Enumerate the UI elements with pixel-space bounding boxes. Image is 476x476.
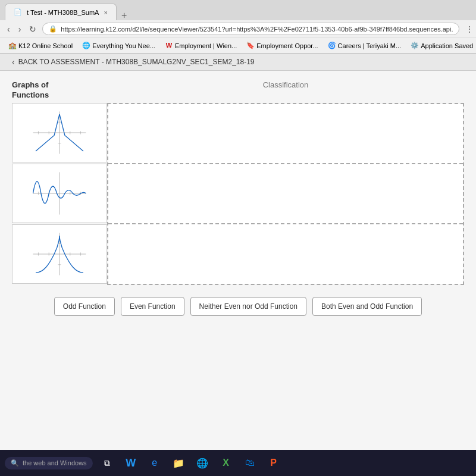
address-bar-row: ‹ › ↻ 🔒 https://learning.k12.com/d2l/le/… bbox=[0, 20, 476, 37]
taskbar-search-label: the web and Windows bbox=[23, 459, 87, 466]
taskbar-store-icon[interactable]: 🛍 bbox=[240, 453, 259, 472]
bookmark-careers[interactable]: 🌀 Careers | Teriyaki M... bbox=[324, 41, 405, 51]
bookmark-icon-everything: 🌐 bbox=[82, 42, 90, 50]
tab-close-button[interactable]: × bbox=[104, 9, 107, 16]
bookmark-icon-app: ⚙️ bbox=[411, 42, 419, 50]
answer-buttons-row: Odd Function Even Function Neither Even … bbox=[12, 297, 464, 316]
address-text: https://learning.k12.com/d2l/le/sequence… bbox=[61, 26, 453, 33]
bookmark-icon-employment: W bbox=[165, 42, 173, 50]
back-bar[interactable]: ‹ BACK TO ASSESSMENT - MTH308B_SUMALG2NV… bbox=[0, 54, 476, 71]
col-graphs-header: Graphs ofFunctions bbox=[12, 80, 107, 101]
back-bar-arrow: ‹ bbox=[12, 57, 15, 67]
taskbar-excel-icon[interactable]: X bbox=[217, 453, 236, 472]
new-tab-button[interactable]: + bbox=[117, 11, 131, 20]
tab-bar: 📄 t Test - MTH308B_SumA × + bbox=[0, 0, 476, 20]
taskbar-word-icon[interactable]: W bbox=[121, 453, 140, 472]
col-classification-header: Classification bbox=[107, 80, 464, 101]
taskbar-search[interactable]: 🔍 the web and Windows bbox=[5, 457, 93, 469]
bookmark-label-employment: Employment | Wien... bbox=[175, 42, 237, 49]
taskbar-taskview-icon[interactable]: ⧉ bbox=[98, 453, 117, 472]
bookmark-label-k12: K12 Online School bbox=[18, 42, 73, 49]
lock-icon: 🔒 bbox=[49, 25, 57, 33]
bookmark-employment-opp[interactable]: 🔖 Employment Oppor... bbox=[243, 41, 321, 51]
bookmark-label-opp: Employment Oppor... bbox=[256, 42, 318, 49]
bookmark-k12[interactable]: 🏫 K12 Online School bbox=[5, 41, 76, 51]
taskbar-chrome-icon[interactable]: 🌐 bbox=[193, 453, 212, 472]
address-bar[interactable]: 🔒 https://learning.k12.com/d2l/le/sequen… bbox=[42, 23, 459, 35]
reload-button[interactable]: ↻ bbox=[27, 23, 39, 35]
neither-function-button[interactable]: Neither Even nor Odd Function bbox=[190, 297, 306, 316]
bookmark-label-everything: Everything You Nee... bbox=[92, 42, 155, 49]
drop-zones-column[interactable] bbox=[107, 103, 464, 285]
graph-cell-1 bbox=[12, 103, 107, 162]
back-bar-label: BACK TO ASSESSMENT - MTH308B_SUMALG2NV_S… bbox=[18, 58, 255, 66]
table-header: Graphs ofFunctions Classification bbox=[12, 80, 464, 101]
back-button[interactable]: ‹ bbox=[5, 23, 12, 35]
taskbar: 🔍 the web and Windows ⧉ W e 📁 🌐 X 🛍 P bbox=[0, 450, 476, 476]
taskbar-ie-icon[interactable]: e bbox=[145, 453, 164, 472]
col-graphs-label: Graphs ofFunctions bbox=[12, 80, 49, 99]
bookmark-label-app: Application Saved bbox=[421, 42, 473, 49]
graph-2-svg bbox=[30, 170, 89, 217]
col-classification-label: Classification bbox=[263, 80, 309, 89]
bookmark-label-careers: Careers | Teriyaki M... bbox=[338, 42, 402, 49]
menu-button[interactable]: ⋮ bbox=[463, 23, 476, 35]
main-content: Graphs ofFunctions Classification bbox=[0, 71, 476, 471]
bookmark-icon-careers: 🌀 bbox=[328, 42, 336, 50]
drop-zone-1[interactable] bbox=[108, 104, 463, 164]
tab-label: t Test - MTH308B_SumA bbox=[27, 9, 99, 16]
forward-button[interactable]: › bbox=[16, 23, 24, 35]
graph-1-svg bbox=[30, 109, 89, 156]
bookmark-employment[interactable]: W Employment | Wien... bbox=[161, 41, 240, 51]
odd-function-button[interactable]: Odd Function bbox=[54, 297, 115, 316]
graph-3-svg bbox=[30, 230, 89, 278]
both-function-button[interactable]: Both Even and Odd Function bbox=[312, 297, 422, 316]
graphs-column bbox=[12, 103, 107, 285]
tab-favicon: 📄 bbox=[14, 8, 22, 16]
taskbar-folder-icon[interactable]: 📁 bbox=[169, 453, 188, 472]
bookmark-everything[interactable]: 🌐 Everything You Nee... bbox=[79, 41, 159, 51]
bookmark-application[interactable]: ⚙️ Application Saved bbox=[407, 41, 476, 51]
even-function-button[interactable]: Even Function bbox=[121, 297, 184, 316]
taskbar-search-icon: 🔍 bbox=[11, 459, 19, 467]
graph-cell-2 bbox=[12, 164, 107, 223]
drop-zone-3[interactable] bbox=[108, 224, 463, 283]
taskbar-powerpoint-icon[interactable]: P bbox=[264, 453, 283, 472]
graph-cell-3 bbox=[12, 224, 107, 284]
bookmarks-bar: 🏫 K12 Online School 🌐 Everything You Nee… bbox=[0, 37, 476, 53]
browser-chrome: 📄 t Test - MTH308B_SumA × + ‹ › ↻ 🔒 http… bbox=[0, 0, 476, 54]
active-tab[interactable]: 📄 t Test - MTH308B_SumA × bbox=[5, 4, 117, 20]
drop-table bbox=[12, 103, 464, 285]
bookmark-icon-k12: 🏫 bbox=[8, 42, 17, 50]
drop-zone-2[interactable] bbox=[108, 164, 463, 224]
bookmark-icon-opp: 🔖 bbox=[246, 42, 255, 50]
